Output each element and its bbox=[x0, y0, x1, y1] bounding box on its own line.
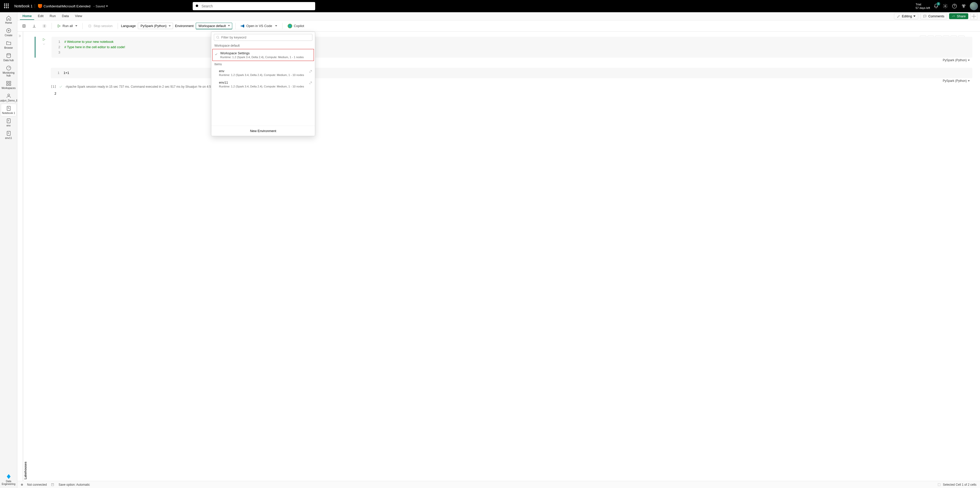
check-icon bbox=[215, 52, 218, 55]
tab-view[interactable]: View bbox=[73, 13, 85, 20]
run-all-button[interactable]: Run all bbox=[55, 23, 80, 29]
notifications-button[interactable]: 5 bbox=[933, 3, 939, 9]
cell-language-tag[interactable]: PySpark (Python) bbox=[943, 79, 970, 83]
monitor-icon bbox=[6, 65, 11, 71]
open-vscode-button[interactable]: Open in VS Code bbox=[239, 23, 279, 29]
comments-button[interactable]: Comments bbox=[920, 13, 947, 19]
editing-mode-button[interactable]: Editing bbox=[894, 13, 918, 19]
top-bar: Notebook 1 Confidential\Microsoft Extend… bbox=[0, 0, 980, 12]
chevron-down-icon bbox=[169, 25, 171, 27]
tab-home[interactable]: Home bbox=[20, 13, 34, 20]
tab-edit[interactable]: Edit bbox=[35, 13, 46, 20]
notebook-title[interactable]: Notebook 1 bbox=[14, 4, 35, 8]
execution-count: [1] bbox=[51, 85, 56, 89]
stop-session-button: Stop session bbox=[86, 23, 115, 29]
svg-rect-20 bbox=[89, 25, 91, 27]
notebook-content: Lakehouses M↓ bbox=[18, 32, 980, 481]
environment-dropdown-panel: Workspace default Workspace Settings Run… bbox=[211, 32, 315, 136]
copilot-panel-button[interactable] bbox=[970, 13, 977, 20]
shield-icon bbox=[38, 4, 42, 8]
svg-point-19 bbox=[44, 25, 45, 27]
nav-create[interactable]: Create bbox=[1, 26, 16, 38]
search-icon bbox=[216, 36, 220, 39]
env-filter[interactable] bbox=[214, 34, 312, 41]
chevron-down-icon bbox=[75, 25, 77, 27]
share-button[interactable]: Share bbox=[949, 13, 968, 19]
plus-circle-icon bbox=[6, 28, 11, 33]
search-input[interactable] bbox=[201, 4, 313, 8]
settings-gear-button[interactable] bbox=[40, 23, 48, 29]
sparkle-icon bbox=[970, 13, 977, 20]
nav-monitoring[interactable]: Monitoring hub bbox=[1, 64, 16, 79]
nav-env11[interactable]: env11 bbox=[1, 129, 16, 141]
svg-point-28 bbox=[217, 36, 219, 38]
feedback-button[interactable] bbox=[961, 3, 967, 9]
chevron-down-icon bbox=[968, 60, 970, 61]
notebook-toolbar: Run all Stop session Language PySpark (P… bbox=[18, 21, 980, 32]
sensitivity-label[interactable]: Confidential\Microsoft Extended bbox=[38, 4, 91, 8]
gear-icon bbox=[42, 24, 46, 28]
nav-notebook-1[interactable]: Notebook 1 bbox=[1, 104, 16, 116]
download-button[interactable] bbox=[30, 23, 38, 29]
run-menu-icon[interactable] bbox=[42, 42, 46, 47]
app-launcher-icon[interactable] bbox=[3, 3, 10, 9]
folder-icon bbox=[6, 40, 11, 46]
nav-workspaces[interactable]: Workspaces bbox=[1, 79, 16, 91]
nav-user-workspace[interactable]: Shuaijun_Demo_Env bbox=[1, 92, 16, 103]
comment-icon bbox=[923, 14, 927, 18]
cell-editor[interactable]: 1# Welcome to your new notebook 2# Type … bbox=[52, 37, 972, 58]
workspaces-icon bbox=[6, 81, 11, 86]
cell-editor[interactable]: 11+1 PySpark (Python) bbox=[51, 68, 972, 78]
lakehouse-panel-toggle[interactable] bbox=[18, 32, 23, 481]
external-link-icon[interactable] bbox=[309, 70, 312, 73]
svg-line-29 bbox=[218, 38, 219, 38]
connection-status: Not connected bbox=[27, 483, 47, 486]
svg-point-8 bbox=[6, 54, 11, 55]
tab-data[interactable]: Data bbox=[59, 13, 71, 20]
new-environment-button[interactable]: New Environment bbox=[211, 126, 315, 136]
save-button[interactable] bbox=[20, 23, 28, 29]
nav-data-engineering[interactable]: Data Engineering bbox=[1, 472, 16, 488]
env-section-header: Items bbox=[211, 62, 315, 67]
nav-env[interactable]: env bbox=[1, 117, 16, 128]
env-option-env[interactable]: env Runtime: 1.2 (Spark 3.4, Delta 2.4),… bbox=[211, 67, 315, 79]
workspace-icon bbox=[6, 93, 11, 99]
expand-icon bbox=[18, 34, 22, 38]
svg-point-0 bbox=[196, 5, 198, 7]
help-button[interactable] bbox=[951, 3, 958, 9]
tab-run[interactable]: Run bbox=[47, 13, 59, 20]
home-icon bbox=[6, 15, 11, 21]
svg-rect-13 bbox=[9, 84, 11, 86]
copilot-icon bbox=[288, 24, 292, 28]
run-cell-icon[interactable] bbox=[42, 38, 46, 41]
env-option-workspace-settings[interactable]: Workspace Settings Runtime: 1.2 (Spark 3… bbox=[212, 49, 314, 61]
diamond-icon bbox=[6, 474, 11, 479]
environment-dropdown[interactable]: Workspace default bbox=[196, 23, 232, 29]
save-status[interactable]: -Saved bbox=[94, 4, 108, 8]
copilot-button[interactable]: Copilot bbox=[286, 23, 306, 29]
search-icon bbox=[195, 4, 199, 8]
svg-line-1 bbox=[198, 6, 199, 7]
code-cell: 11+1 PySpark (Python) [1] -Apache Spark … bbox=[35, 68, 972, 95]
trial-status[interactable]: Trial:57 days left bbox=[916, 3, 930, 10]
svg-rect-15 bbox=[7, 106, 10, 111]
chevron-down-icon bbox=[968, 80, 970, 82]
save-icon bbox=[51, 483, 54, 486]
env-filter-input[interactable] bbox=[221, 35, 310, 39]
share-icon bbox=[952, 14, 955, 18]
svg-rect-27 bbox=[938, 483, 940, 486]
env-option-env11[interactable]: env11 Runtime: 1.2 (Spark 3.4, Delta 2.4… bbox=[211, 79, 315, 90]
global-search[interactable] bbox=[192, 2, 315, 10]
svg-rect-11 bbox=[9, 81, 11, 83]
svg-point-2 bbox=[945, 6, 946, 7]
nav-home[interactable]: Home bbox=[1, 14, 16, 26]
language-dropdown[interactable]: PySpark (Python) bbox=[138, 23, 173, 29]
external-link-icon[interactable] bbox=[309, 81, 312, 85]
chevron-down-icon bbox=[106, 6, 108, 7]
settings-button[interactable] bbox=[942, 3, 948, 9]
cell-selection-status: Selected Cell 1 of 2 cells bbox=[943, 483, 977, 486]
nav-browse[interactable]: Browse bbox=[1, 39, 16, 51]
cell-language-tag[interactable]: PySpark (Python) bbox=[943, 58, 970, 63]
user-avatar[interactable] bbox=[970, 2, 978, 10]
nav-datahub[interactable]: Data hub bbox=[1, 51, 16, 63]
